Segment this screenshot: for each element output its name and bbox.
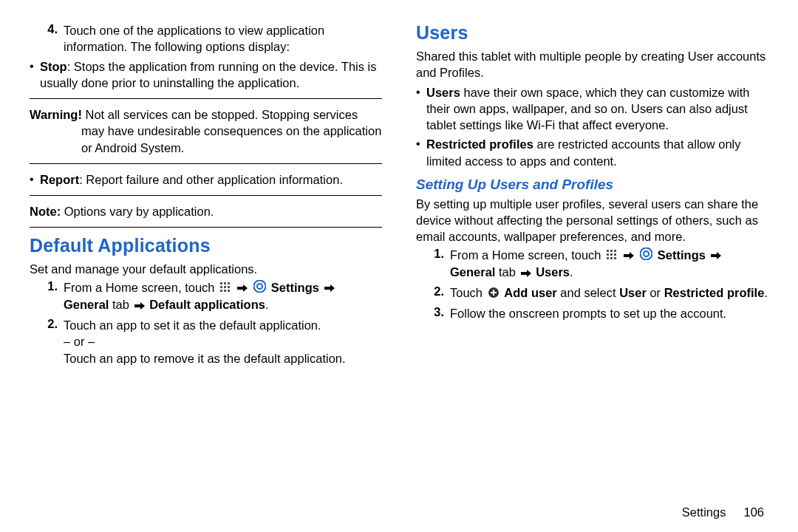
restricted-option: Restricted profile bbox=[664, 286, 765, 299]
step-2-or: – or – bbox=[64, 333, 382, 349]
warning-line: Warning! Not all services can be stopped… bbox=[30, 106, 382, 123]
heading-users: Users bbox=[416, 22, 768, 44]
left-column: 4. Touch one of the applications to view… bbox=[30, 22, 382, 502]
general-label: General bbox=[450, 265, 495, 279]
default-intro: Set and manage your default applications… bbox=[30, 261, 382, 277]
bullet-dot-icon: • bbox=[30, 171, 40, 188]
svg-point-20 bbox=[641, 248, 652, 260]
add-plus-icon bbox=[488, 286, 499, 302]
period: . bbox=[764, 286, 768, 299]
apps-grid-icon bbox=[219, 280, 231, 296]
svg-rect-1 bbox=[224, 282, 226, 284]
users-bullet-1: • Users have their own space, which they… bbox=[416, 84, 768, 134]
or-text: or bbox=[647, 286, 664, 299]
arrow-right-icon bbox=[624, 248, 634, 264]
users-menu-label: Users bbox=[536, 265, 570, 279]
step-number: 1. bbox=[30, 279, 64, 315]
page-footer: Settings106 bbox=[0, 505, 798, 519]
stop-text: : Stops the application from running on … bbox=[40, 60, 377, 89]
note-block: Note: Options vary by application. bbox=[30, 203, 382, 219]
step-2-line-1: Touch an app to set it as the default ap… bbox=[64, 317, 382, 333]
step-pre-text: From a Home screen, touch bbox=[450, 248, 604, 262]
report-text: : Report failure and other application i… bbox=[79, 173, 343, 186]
svg-rect-3 bbox=[220, 286, 222, 288]
heading-setting-up: Setting Up Users and Profiles bbox=[416, 177, 768, 193]
step-number: 4. bbox=[30, 22, 64, 55]
svg-rect-8 bbox=[228, 290, 230, 292]
svg-rect-15 bbox=[610, 253, 613, 256]
touch-text: Touch bbox=[450, 286, 486, 299]
svg-rect-14 bbox=[607, 253, 609, 256]
step-4: 4. Touch one of the applications to view… bbox=[30, 22, 382, 55]
footer-section: Settings bbox=[682, 505, 726, 519]
note-label: Note: bbox=[30, 205, 61, 218]
bullet-dot-icon: • bbox=[416, 84, 426, 134]
setup-step-2: 2. Touch Add user and select User or Res… bbox=[416, 284, 768, 302]
arrow-right-icon bbox=[324, 280, 335, 296]
period: . bbox=[570, 265, 573, 279]
divider bbox=[30, 195, 382, 196]
arrow-right-icon bbox=[134, 298, 145, 314]
svg-rect-17 bbox=[607, 257, 609, 259]
step-text: Touch one of the applications to view ap… bbox=[64, 22, 382, 55]
step-pre-text: From a Home screen, touch bbox=[64, 281, 218, 294]
step-text: From a Home screen, touch Settings Gener… bbox=[450, 247, 768, 282]
settings-gear-icon bbox=[640, 248, 652, 264]
bullet-text: Stop: Stops the application from running… bbox=[40, 58, 382, 92]
warning-text-1: Not all services can be stopped. Stoppin… bbox=[82, 108, 358, 121]
divider bbox=[30, 98, 382, 99]
step-number: 2. bbox=[30, 317, 64, 366]
step-text: Follow the onscreen prompts to set up th… bbox=[450, 305, 768, 321]
settings-gear-icon bbox=[253, 280, 266, 296]
svg-rect-16 bbox=[614, 253, 616, 256]
setup-step-3: 3. Follow the onscreen prompts to set up… bbox=[416, 305, 768, 321]
divider bbox=[30, 163, 382, 164]
bullet-text: Users have their own space, which they c… bbox=[426, 84, 768, 134]
warning-label: Warning! bbox=[30, 108, 82, 121]
settings-label: Settings bbox=[271, 281, 323, 294]
setup-intro: By setting up multiple user profiles, se… bbox=[416, 196, 768, 245]
user-option: User bbox=[619, 286, 647, 299]
report-bullet: • Report: Report failure and other appli… bbox=[30, 171, 382, 188]
step-number: 3. bbox=[416, 305, 450, 321]
apps-grid-icon bbox=[606, 248, 617, 264]
svg-rect-12 bbox=[610, 250, 613, 252]
default-step-1: 1. From a Home screen, touch Settings Ge… bbox=[30, 279, 382, 315]
and-select: and select bbox=[557, 286, 619, 299]
step-text: From a Home screen, touch Settings Gener… bbox=[64, 279, 382, 315]
step-2-alt: Touch an app to remove it as the default… bbox=[64, 350, 382, 366]
svg-rect-5 bbox=[228, 286, 230, 288]
settings-label: Settings bbox=[658, 248, 709, 262]
divider bbox=[30, 227, 382, 228]
svg-rect-2 bbox=[228, 282, 230, 284]
users-bullet-2: • Restricted profiles are restricted acc… bbox=[416, 136, 768, 169]
warning-block: Warning! Not all services can be stopped… bbox=[30, 106, 382, 156]
svg-rect-19 bbox=[614, 257, 616, 259]
tab-text: tab bbox=[109, 298, 132, 311]
note-line: Note: Options vary by application. bbox=[30, 203, 382, 219]
warning-text-2: may have undesirable consequences on the… bbox=[81, 123, 382, 156]
svg-rect-6 bbox=[220, 290, 222, 292]
add-user-label: Add user bbox=[504, 286, 557, 299]
users-text: have their own space, which they can cus… bbox=[426, 86, 749, 132]
heading-default-applications: Default Applications bbox=[30, 235, 382, 256]
default-apps-label: Default applications bbox=[149, 298, 265, 311]
footer-page-number: 106 bbox=[743, 505, 764, 519]
right-column: Users Shared this tablet with multiple p… bbox=[416, 22, 768, 502]
arrow-right-icon bbox=[711, 248, 721, 264]
arrow-right-icon bbox=[237, 280, 248, 296]
restricted-label: Restricted profiles bbox=[426, 137, 533, 151]
bullet-text: Report: Report failure and other applica… bbox=[40, 171, 382, 188]
svg-rect-0 bbox=[220, 282, 222, 284]
svg-rect-11 bbox=[607, 250, 609, 252]
svg-rect-13 bbox=[614, 250, 616, 252]
svg-rect-24 bbox=[491, 292, 497, 293]
note-text: Options vary by application. bbox=[61, 205, 214, 218]
bullet-dot-icon: • bbox=[416, 136, 426, 169]
svg-point-10 bbox=[257, 284, 262, 289]
step-number: 2. bbox=[416, 284, 450, 302]
bullet-text: Restricted profiles are restricted accou… bbox=[426, 136, 768, 169]
page-content: 4. Touch one of the applications to view… bbox=[0, 0, 798, 502]
svg-rect-4 bbox=[224, 286, 226, 288]
stop-label: Stop bbox=[40, 60, 67, 73]
